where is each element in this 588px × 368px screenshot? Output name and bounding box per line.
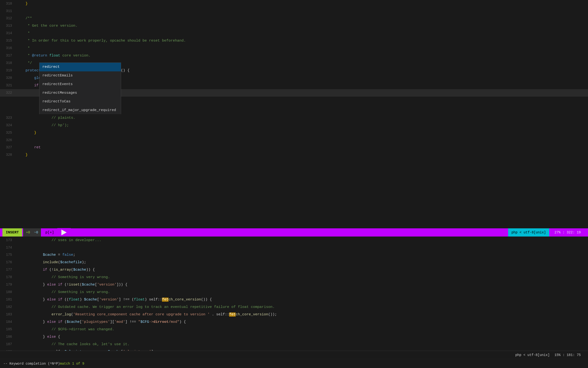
table-row: 316 * [0, 45, 588, 52]
table-row: 310 } [0, 0, 588, 8]
table-row: 183 error_log('Resetting core_component … [0, 311, 588, 318]
autocomplete-item-redirect-tocas[interactable]: redirectToCas [39, 97, 121, 106]
autocomplete-item-redirect-messages[interactable]: redirectMessages [39, 89, 121, 97]
table-row: 186 } else { [0, 333, 588, 340]
status-right: php < utf-8[unix] 27% : 322: 19 [508, 228, 586, 237]
autocomplete-item-redirect[interactable]: redirect [39, 63, 121, 71]
table-row: 182 // Outdated cache. We trigger an err… [0, 303, 588, 311]
keyword-completion-match: match 1 of 9 [60, 362, 84, 366]
code-area-middle: 323 // plaints. 324 // hp'); 325 } 326 [0, 114, 588, 228]
table-row: 188 self::$plugintypes = $cache['plugint… [0, 348, 588, 351]
editor-container: 310 } 311 312 /** 313 * Get the core ver… [0, 0, 588, 368]
bottom-position: 15% : 181: 75 [550, 353, 586, 357]
table-row: 181 } else if ((float) $cache['version']… [0, 296, 588, 303]
status-bar-main: INSERT +0 ~0 p[+] php < utf-8[unix] 27% … [0, 228, 588, 237]
code-area-lower: 173 // sses in developer... 174 175 $cac… [0, 237, 588, 351]
table-row: 178 // Something is very wrong. [0, 274, 588, 281]
autocomplete-item-redirect-events[interactable]: redirectEvents [39, 80, 121, 89]
table-row: 314 * [0, 29, 588, 37]
code-lines-lower: 173 // sses in developer... 174 175 $cac… [0, 237, 588, 351]
table-row: 177 if (!is_array($cache)) { [0, 266, 588, 274]
table-row: 180 // Something is very wrong. [0, 288, 588, 296]
filename-status: p[+] [42, 230, 57, 235]
play-button[interactable] [60, 228, 68, 237]
table-row: 185 // $CFG->dirroot was changed. [0, 326, 588, 333]
filetype-indicator: php < utf-8[unix] [508, 228, 549, 237]
code-area-top: 310 } 311 312 /** 313 * Get the core ver… [0, 0, 588, 114]
autocomplete-dropdown[interactable]: redirect redirectEmails redirectEvents r… [39, 63, 121, 114]
git-status: +0 ~0 [23, 228, 41, 237]
table-row: 313 * Get the core version. [0, 22, 588, 29]
bottom-filetype: php < utf-8[unix] [515, 353, 550, 357]
autocomplete-item-redirect-if-major[interactable]: redirect_if_major_upgrade_required [39, 106, 121, 114]
code-lines-middle: 323 // plaints. 324 // hp'); 325 } 326 [0, 114, 588, 159]
table-row: 326 [0, 137, 588, 144]
table-row: 317 * @return float core version. [0, 52, 588, 59]
table-row: 184 } else if ($cache['plugintypes']['mo… [0, 318, 588, 326]
git-plus: +0 [26, 230, 30, 234]
table-row: 176 include($cachefile); [0, 259, 588, 266]
table-row: 174 [0, 244, 588, 251]
status-bar-bottom: php < utf-8[unix] 15% : 181: 75 [0, 351, 588, 359]
keyword-completion-bar: -- Keyword completion (^N^P) match 1 of … [0, 359, 588, 368]
table-row: 323 // plaints. [0, 114, 588, 122]
autocomplete-item-redirect-emails[interactable]: redirectEmails [39, 71, 121, 80]
table-row: 315 * In order for this to work properly… [0, 37, 588, 45]
table-row: 327 ret [0, 144, 588, 151]
table-row: 325 } [0, 129, 588, 137]
table-row: 311 [0, 8, 588, 15]
table-row: 173 // sses in developer... [0, 237, 588, 244]
play-icon [61, 230, 67, 235]
position-indicator: 27% : 322: 19 [550, 228, 586, 237]
insert-mode-indicator: INSERT [2, 228, 22, 237]
keyword-completion-prefix: -- Keyword completion (^N^P) [3, 362, 60, 366]
git-tilde: ~0 [34, 230, 38, 234]
table-row: 324 // hp'); [0, 122, 588, 129]
table-row: 312 /** [0, 15, 588, 22]
table-row: 175 $cache = false; [0, 251, 588, 259]
table-row: 187 // The cache looks ok, let's use it. [0, 340, 588, 348]
play-area [57, 228, 71, 237]
table-row: 328 } [0, 151, 588, 159]
table-row: 179 } else if (!isset($cache['version'])… [0, 281, 588, 288]
